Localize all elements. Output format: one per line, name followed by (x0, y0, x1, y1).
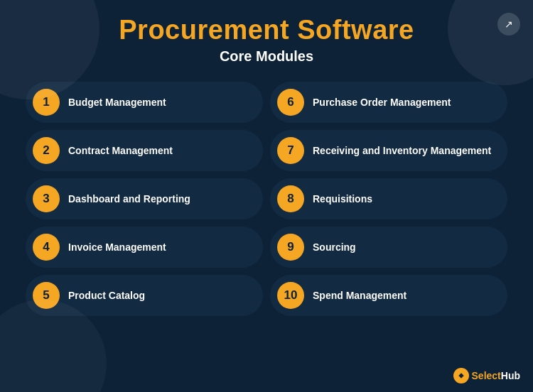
module-item-4: 4Invoice Management (26, 227, 263, 268)
module-item-8: 8Requisitions (270, 178, 507, 219)
module-number-4: 4 (33, 234, 60, 261)
module-number-3: 3 (33, 185, 60, 212)
module-label-2: Contract Management (68, 144, 173, 157)
modules-grid: 1Budget Management6Purchase Order Manage… (0, 72, 533, 323)
module-number-6: 6 (277, 89, 304, 116)
module-number-8: 8 (277, 185, 304, 212)
module-number-2: 2 (33, 137, 60, 164)
module-item-10: 10Spend Management (270, 275, 507, 316)
module-label-10: Spend Management (313, 289, 407, 302)
module-item-7: 7Receiving and Inventory Management (270, 130, 507, 171)
module-number-7: 7 (277, 137, 304, 164)
selecthub-icon (453, 368, 469, 383)
module-label-1: Budget Management (68, 96, 166, 109)
module-item-6: 6Purchase Order Management (270, 82, 507, 123)
arrow-icon[interactable]: ↗ (497, 13, 520, 36)
background: ↗ Procurement Software Core Modules 1Bud… (0, 0, 533, 392)
module-label-5: Product Catalog (68, 289, 145, 302)
module-label-4: Invoice Management (68, 241, 166, 254)
selecthub-logo: SelectHub (453, 368, 520, 383)
module-label-3: Dashboard and Reporting (68, 192, 190, 205)
module-label-7: Receiving and Inventory Management (313, 144, 491, 157)
module-item-3: 3Dashboard and Reporting (26, 178, 263, 219)
module-label-9: Sourcing (313, 241, 356, 254)
module-item-9: 9Sourcing (270, 227, 507, 268)
module-number-9: 9 (277, 234, 304, 261)
module-number-10: 10 (277, 282, 304, 309)
selecthub-text: SelectHub (472, 370, 520, 381)
module-label-8: Requisitions (313, 192, 372, 205)
module-label-6: Purchase Order Management (313, 96, 451, 109)
module-item-2: 2Contract Management (26, 130, 263, 171)
